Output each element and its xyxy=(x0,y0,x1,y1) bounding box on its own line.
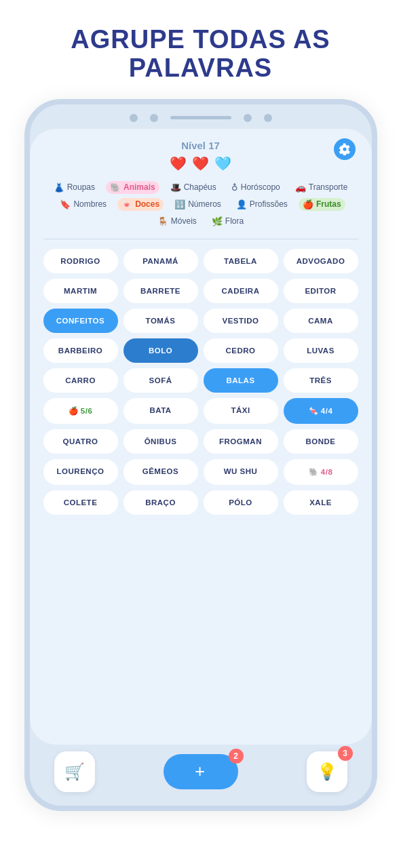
tile-tomas[interactable]: TOMÁS xyxy=(123,309,198,333)
tile-colete[interactable]: COLETE xyxy=(43,490,118,515)
tile-frogman[interactable]: FROGMAN xyxy=(204,429,278,454)
category-flora[interactable]: 🌿Flora xyxy=(208,215,248,228)
tile-onibus[interactable]: ÔNIBUS xyxy=(123,429,198,454)
heart-1: ❤️ xyxy=(170,155,187,172)
hint-button[interactable]: 💡 3 xyxy=(307,751,347,792)
divider xyxy=(43,239,358,239)
tile-bonde[interactable]: BONDE xyxy=(284,429,358,454)
add-button[interactable]: + 2 xyxy=(164,754,238,789)
tile-wushu[interactable]: WU SHU xyxy=(204,459,278,485)
category-chapeus[interactable]: 🎩Chapéus xyxy=(166,181,221,194)
tile-gemeos[interactable]: GÊMEOS xyxy=(123,459,198,485)
tile-balas[interactable]: BALAS xyxy=(204,368,278,393)
tile-animais-badge[interactable]: 🐘 4/8 xyxy=(284,459,358,485)
bottom-nav: 🛒 + 2 💡 3 xyxy=(30,745,372,792)
level-label: Nível 17 xyxy=(181,140,220,151)
category-profissoes[interactable]: 👤Profissões xyxy=(232,198,292,211)
tile-advogado[interactable]: ADVOGADO xyxy=(284,249,358,273)
category-frutas[interactable]: 🍎Frutas xyxy=(299,198,345,211)
category-roupas[interactable]: 👗Roupas xyxy=(50,181,99,194)
tile-doces-badge[interactable]: 🍬 4/4 xyxy=(284,398,358,424)
game-header: Nível 17 xyxy=(43,140,358,151)
category-moveis[interactable]: 🪑Móveis xyxy=(153,215,201,228)
categories-bar: 👗Roupas 🐘Animais 🎩Chapéus ♁Horóscopo 🚗Tr… xyxy=(43,181,358,228)
tile-quatro[interactable]: QUATRO xyxy=(43,429,118,454)
notch-circle-mid xyxy=(150,114,158,122)
tile-editor[interactable]: EDITOR xyxy=(284,279,358,303)
category-animais[interactable]: 🐘Animais xyxy=(106,181,159,194)
tile-bolo[interactable]: BOLO xyxy=(123,338,198,363)
notch-circle-left xyxy=(130,114,138,122)
tile-frutas-badge[interactable]: 🍎 5/6 xyxy=(43,398,118,424)
notch-circle-right1 xyxy=(244,114,252,122)
heart-3: 🩵 xyxy=(214,155,231,172)
bulb-icon: 💡 xyxy=(317,762,337,781)
notch-circle-right2 xyxy=(264,114,272,122)
tile-braco[interactable]: BRAÇO xyxy=(123,490,198,515)
category-nombres[interactable]: 🔖Nombres xyxy=(56,198,111,211)
cart-icon: 🛒 xyxy=(64,762,85,781)
tile-lourenco[interactable]: LOURENÇO xyxy=(43,459,118,485)
hearts-display: ❤️ ❤️ 🩵 xyxy=(43,155,358,172)
category-horoscopo[interactable]: ♁Horóscopo xyxy=(227,181,284,194)
tile-rodrigo[interactable]: RODRIGO xyxy=(43,249,118,273)
game-area: Nível 17 ❤️ ❤️ 🩵 👗Roupas 🐘Animais 🎩Chapé… xyxy=(30,129,372,745)
plus-icon: + xyxy=(195,761,205,782)
tile-tabela[interactable]: TABELA xyxy=(204,249,278,273)
cart-button[interactable]: 🛒 xyxy=(54,751,95,792)
tile-cadeira[interactable]: CADEIRA xyxy=(204,279,278,303)
tile-bata[interactable]: BATA xyxy=(123,398,198,424)
category-numeros[interactable]: 🔢Números xyxy=(170,198,225,211)
category-doces[interactable]: 🍬Doces xyxy=(117,198,164,211)
gear-icon xyxy=(339,143,351,155)
tile-luvas[interactable]: LUVAS xyxy=(284,338,358,363)
tile-barrete[interactable]: BARRETE xyxy=(123,279,198,303)
tile-confeitos[interactable]: CONFEITOS xyxy=(43,309,118,333)
tile-polo[interactable]: PÓLO xyxy=(204,490,278,515)
tile-sofa[interactable]: SOFÁ xyxy=(123,368,198,393)
hint-badge: 3 xyxy=(338,746,353,761)
plus-badge: 2 xyxy=(229,749,244,764)
tile-panama[interactable]: PANAMÁ xyxy=(123,249,198,273)
tile-tres[interactable]: TRÊS xyxy=(284,368,358,393)
tile-cedro[interactable]: CEDRO xyxy=(204,338,278,363)
phone-frame: Nível 17 ❤️ ❤️ 🩵 👗Roupas 🐘Animais 🎩Chapé… xyxy=(24,99,377,811)
tile-barbeiro[interactable]: BARBEIRO xyxy=(43,338,118,363)
tile-martim[interactable]: MARTIM xyxy=(43,279,118,303)
settings-button[interactable] xyxy=(334,138,356,160)
notch xyxy=(30,104,372,122)
tile-carro[interactable]: CARRO xyxy=(43,368,118,393)
tile-cama[interactable]: CAMA xyxy=(284,309,358,333)
category-transporte[interactable]: 🚗Transporte xyxy=(291,181,352,194)
tile-taxi[interactable]: TÁXI xyxy=(204,398,278,424)
tile-vestido[interactable]: VESTIDO xyxy=(204,309,278,333)
page-title: AGRUPE TODAS AS PALAVRAS xyxy=(0,26,401,83)
notch-bar xyxy=(170,116,231,119)
word-grid: RODRIGO PANAMÁ TABELA ADVOGADO MARTIM BA… xyxy=(43,249,358,515)
tile-xale[interactable]: XALE xyxy=(284,490,358,515)
heart-2: ❤️ xyxy=(192,155,209,172)
